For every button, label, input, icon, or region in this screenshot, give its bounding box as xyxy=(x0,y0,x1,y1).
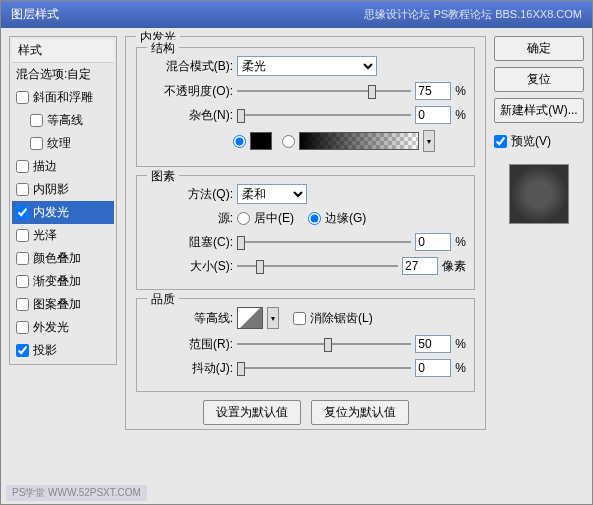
preview-checkbox[interactable] xyxy=(494,135,507,148)
gradient-radio[interactable] xyxy=(282,135,295,148)
style-item-label: 投影 xyxy=(33,342,57,359)
size-input[interactable] xyxy=(402,257,438,275)
title-text: 图层样式 xyxy=(11,6,59,23)
choke-input[interactable] xyxy=(415,233,451,251)
source-center-radio[interactable] xyxy=(237,212,250,225)
choke-label: 阻塞(C): xyxy=(145,234,233,251)
style-item-label: 光泽 xyxy=(33,227,57,244)
blend-options-item[interactable]: 混合选项:自定 xyxy=(12,63,114,86)
style-checkbox[interactable] xyxy=(16,91,29,104)
style-checkbox[interactable] xyxy=(16,344,29,357)
quality-group: 品质 等高线: ▾ 消除锯齿(L) 范围(R): % xyxy=(136,298,475,392)
styles-header[interactable]: 样式 xyxy=(12,39,114,63)
style-item-2[interactable]: 纹理 xyxy=(12,132,114,155)
style-item-6[interactable]: 光泽 xyxy=(12,224,114,247)
noise-input[interactable] xyxy=(415,106,451,124)
method-select[interactable]: 柔和 xyxy=(237,184,307,204)
jitter-input[interactable] xyxy=(415,359,451,377)
style-checkbox[interactable] xyxy=(16,298,29,311)
style-item-label: 颜色叠加 xyxy=(33,250,81,267)
reset-button[interactable]: 复位 xyxy=(494,67,584,92)
style-item-label: 斜面和浮雕 xyxy=(33,89,93,106)
range-label: 范围(R): xyxy=(145,336,233,353)
layer-style-dialog: 图层样式 思缘设计论坛 PS教程论坛 BBS.16XX8.COM 样式 混合选项… xyxy=(0,0,593,505)
contour-label: 等高线: xyxy=(145,310,233,327)
gradient-swatch[interactable] xyxy=(299,132,419,150)
blend-mode-select[interactable]: 柔光 xyxy=(237,56,377,76)
structure-group: 结构 混合模式(B): 柔光 不透明度(O): % 杂色(N): xyxy=(136,47,475,167)
style-checkbox[interactable] xyxy=(16,321,29,334)
source-edge-radio[interactable] xyxy=(308,212,321,225)
style-checkbox[interactable] xyxy=(16,229,29,242)
style-item-label: 图案叠加 xyxy=(33,296,81,313)
method-label: 方法(Q): xyxy=(145,186,233,203)
style-item-10[interactable]: 外发光 xyxy=(12,316,114,339)
range-input[interactable] xyxy=(415,335,451,353)
style-item-label: 内发光 xyxy=(33,204,69,221)
jitter-label: 抖动(J): xyxy=(145,360,233,377)
watermark: PS学堂 WWW.52PSXT.COM xyxy=(6,485,147,501)
center-panel: 内发光 结构 混合模式(B): 柔光 不透明度(O): % 杂色(N): xyxy=(125,36,486,496)
style-item-1[interactable]: 等高线 xyxy=(12,109,114,132)
style-item-9[interactable]: 图案叠加 xyxy=(12,293,114,316)
styles-panel: 样式 混合选项:自定 斜面和浮雕等高线纹理描边内阴影内发光光泽颜色叠加渐变叠加图… xyxy=(9,36,117,496)
noise-slider[interactable] xyxy=(237,106,411,124)
right-panel: 确定 复位 新建样式(W)... 预览(V) xyxy=(494,36,584,496)
style-item-3[interactable]: 描边 xyxy=(12,155,114,178)
elements-group: 图素 方法(Q): 柔和 源: 居中(E) 边缘(G) xyxy=(136,175,475,290)
content: 样式 混合选项:自定 斜面和浮雕等高线纹理描边内阴影内发光光泽颜色叠加渐变叠加图… xyxy=(1,28,592,504)
style-item-label: 描边 xyxy=(33,158,57,175)
opacity-slider[interactable] xyxy=(237,82,411,100)
antialias-checkbox[interactable] xyxy=(293,312,306,325)
opacity-input[interactable] xyxy=(415,82,451,100)
source-label: 源: xyxy=(145,210,233,227)
style-item-label: 内阴影 xyxy=(33,181,69,198)
style-checkbox[interactable] xyxy=(16,206,29,219)
noise-label: 杂色(N): xyxy=(145,107,233,124)
style-item-label: 渐变叠加 xyxy=(33,273,81,290)
style-checkbox[interactable] xyxy=(16,160,29,173)
contour-swatch[interactable] xyxy=(237,307,263,329)
choke-slider[interactable] xyxy=(237,233,411,251)
opacity-label: 不透明度(O): xyxy=(145,83,233,100)
style-checkbox[interactable] xyxy=(30,114,43,127)
reset-default-button[interactable]: 复位为默认值 xyxy=(311,400,409,425)
style-item-0[interactable]: 斜面和浮雕 xyxy=(12,86,114,109)
make-default-button[interactable]: 设置为默认值 xyxy=(203,400,301,425)
preview-thumbnail xyxy=(509,164,569,224)
new-style-button[interactable]: 新建样式(W)... xyxy=(494,98,584,123)
color-swatch[interactable] xyxy=(250,132,272,150)
blend-mode-label: 混合模式(B): xyxy=(145,58,233,75)
style-item-label: 外发光 xyxy=(33,319,69,336)
style-item-4[interactable]: 内阴影 xyxy=(12,178,114,201)
style-item-label: 等高线 xyxy=(47,112,83,129)
preview-label: 预览(V) xyxy=(511,133,551,150)
style-checkbox[interactable] xyxy=(16,252,29,265)
jitter-slider[interactable] xyxy=(237,359,411,377)
style-item-5[interactable]: 内发光 xyxy=(12,201,114,224)
style-checkbox[interactable] xyxy=(30,137,43,150)
contour-dropdown-icon[interactable]: ▾ xyxy=(267,307,279,329)
size-label: 大小(S): xyxy=(145,258,233,275)
style-item-11[interactable]: 投影 xyxy=(12,339,114,362)
style-checkbox[interactable] xyxy=(16,275,29,288)
ok-button[interactable]: 确定 xyxy=(494,36,584,61)
style-item-label: 纹理 xyxy=(47,135,71,152)
range-slider[interactable] xyxy=(237,335,411,353)
gradient-dropdown-icon[interactable]: ▾ xyxy=(423,130,435,152)
titlebar: 图层样式 思缘设计论坛 PS教程论坛 BBS.16XX8.COM xyxy=(1,1,592,28)
style-item-7[interactable]: 颜色叠加 xyxy=(12,247,114,270)
color-radio[interactable] xyxy=(233,135,246,148)
size-slider[interactable] xyxy=(237,257,398,275)
style-checkbox[interactable] xyxy=(16,183,29,196)
style-item-8[interactable]: 渐变叠加 xyxy=(12,270,114,293)
titlebar-watermark: 思缘设计论坛 PS教程论坛 BBS.16XX8.COM xyxy=(364,7,582,22)
